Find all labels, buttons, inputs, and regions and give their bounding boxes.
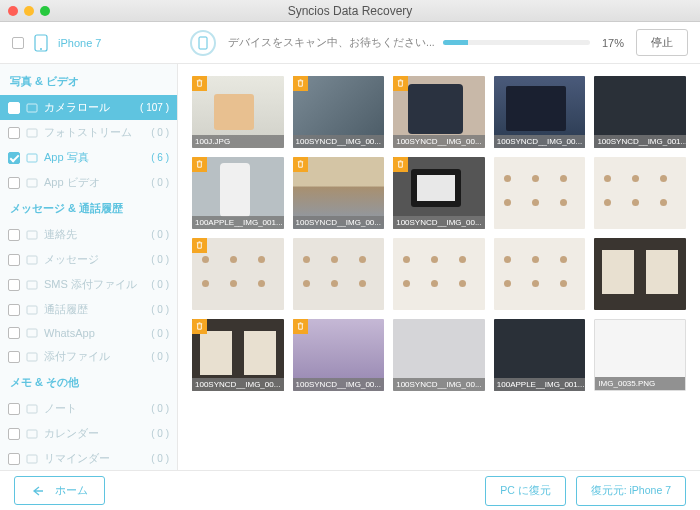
thumbnail[interactable]: 100SYNCD__IMG_00... — [494, 76, 586, 148]
item-checkbox[interactable] — [8, 229, 20, 241]
sidebar-item[interactable]: App ビデオ( 0 ) — [0, 170, 177, 195]
sidebar-item[interactable]: 添付ファイル( 0 ) — [0, 344, 177, 369]
thumbnail-caption: 100APPLE__IMG_001... — [494, 378, 586, 391]
item-count: ( 0 ) — [151, 279, 169, 290]
trash-icon — [393, 76, 408, 91]
thumbnail[interactable] — [293, 238, 385, 310]
thumbnail[interactable]: 100SYNCD__IMG_00... — [393, 319, 485, 391]
sidebar-item[interactable]: WhatsApp( 0 ) — [0, 322, 177, 344]
item-checkbox[interactable] — [8, 177, 20, 189]
recover-device-button[interactable]: 復元元: iPhone 7 — [576, 476, 686, 506]
thumbnail[interactable]: 100APPLE__IMG_001... — [192, 157, 284, 229]
item-checkbox[interactable] — [8, 254, 20, 266]
item-label: WhatsApp — [44, 327, 145, 339]
thumbnail[interactable]: 100SYNCD__IMG_00... — [293, 76, 385, 148]
item-label: カレンダー — [44, 426, 145, 441]
svg-rect-9 — [27, 281, 37, 289]
svg-rect-3 — [27, 104, 37, 112]
item-checkbox[interactable] — [8, 453, 20, 465]
sidebar-item[interactable]: 連絡先( 0 ) — [0, 222, 177, 247]
sidebar-item[interactable]: SMS 添付ファイル( 0 ) — [0, 272, 177, 297]
home-button[interactable]: ホーム — [14, 476, 105, 505]
category-icon — [26, 254, 38, 266]
thumbnail-caption: 100SYNCD__IMG_00... — [293, 216, 385, 229]
thumbnail-caption: 100SYNCD__IMG_00... — [293, 378, 385, 391]
trash-icon — [192, 76, 207, 91]
sidebar-item[interactable]: カメラロール( 107 ) — [0, 95, 177, 120]
item-count: ( 0 ) — [151, 351, 169, 362]
device-selector[interactable]: iPhone 7 — [0, 34, 178, 52]
thumbnail[interactable]: 100APPLE__IMG_001... — [494, 319, 586, 391]
content-area: 100J.JPG100SYNCD__IMG_00...100SYNCD__IMG… — [178, 64, 700, 470]
sidebar-item[interactable]: 通話履歴( 0 ) — [0, 297, 177, 322]
thumbnail[interactable]: 100J.JPG — [192, 76, 284, 148]
category-icon — [26, 279, 38, 291]
trash-icon — [293, 157, 308, 172]
category-icon — [26, 327, 38, 339]
item-label: 添付ファイル — [44, 349, 145, 364]
sidebar-item[interactable]: リマインダー( 0 ) — [0, 446, 177, 470]
item-label: SMS 添付ファイル — [44, 277, 145, 292]
item-label: ノート — [44, 401, 145, 416]
thumbnail[interactable] — [594, 157, 686, 229]
item-label: リマインダー — [44, 451, 145, 466]
sidebar-item[interactable]: App 写真( 6 ) — [0, 145, 177, 170]
item-count: ( 0 ) — [151, 127, 169, 138]
item-checkbox[interactable] — [8, 327, 20, 339]
stop-button[interactable]: 停止 — [636, 29, 688, 56]
item-count: ( 0 ) — [151, 428, 169, 439]
item-count: ( 6 ) — [151, 152, 169, 163]
thumbnail[interactable]: 100SYNCD__IMG_00... — [393, 157, 485, 229]
svg-rect-11 — [27, 329, 37, 337]
thumbnail-caption: 100J.JPG — [192, 135, 284, 148]
thumbnail[interactable] — [594, 238, 686, 310]
svg-rect-13 — [27, 405, 37, 413]
category-icon — [26, 403, 38, 415]
item-checkbox[interactable] — [8, 428, 20, 440]
recover-pc-button[interactable]: PC に復元 — [485, 476, 566, 506]
phone-icon — [34, 34, 48, 52]
svg-rect-6 — [27, 179, 37, 187]
thumbnail[interactable] — [494, 157, 586, 229]
item-label: 通話履歴 — [44, 302, 145, 317]
thumbnail[interactable] — [494, 238, 586, 310]
item-checkbox[interactable] — [8, 102, 20, 114]
thumbnail[interactable]: 100SYNCD__IMG_00... — [192, 319, 284, 391]
thumbnail[interactable]: 100SYNCD__IMG_00... — [293, 157, 385, 229]
category-icon — [26, 351, 38, 363]
thumbnail[interactable]: 100SYNCD__IMG_001... — [594, 76, 686, 148]
thumbnail-caption: 100SYNCD__IMG_00... — [192, 378, 284, 391]
thumbnail[interactable] — [192, 238, 284, 310]
sidebar-item[interactable]: ノート( 0 ) — [0, 396, 177, 421]
trash-icon — [293, 76, 308, 91]
item-label: App 写真 — [44, 150, 145, 165]
sidebar-section-head: メッセージ & 通話履歴 — [0, 195, 177, 222]
category-icon — [26, 127, 38, 139]
item-count: ( 0 ) — [151, 453, 169, 464]
thumbnail-caption: IMG_0035.PNG — [595, 377, 685, 390]
svg-rect-5 — [27, 154, 37, 162]
item-label: メッセージ — [44, 252, 145, 267]
item-count: ( 0 ) — [151, 177, 169, 188]
item-checkbox[interactable] — [8, 304, 20, 316]
item-checkbox[interactable] — [8, 403, 20, 415]
category-icon — [26, 152, 38, 164]
item-checkbox[interactable] — [8, 127, 20, 139]
item-count: ( 0 ) — [151, 403, 169, 414]
sidebar-item[interactable]: フォトストリーム( 0 ) — [0, 120, 177, 145]
thumbnail[interactable]: 100SYNCD__IMG_00... — [393, 76, 485, 148]
item-checkbox[interactable] — [8, 279, 20, 291]
progress-bar — [443, 40, 590, 45]
thumbnail[interactable]: 100SYNCD__IMG_00... — [293, 319, 385, 391]
item-checkbox[interactable] — [8, 152, 20, 164]
sidebar-section-head: メモ & その他 — [0, 369, 177, 396]
trash-icon — [192, 157, 207, 172]
thumbnail-caption: 100SYNCD__IMG_00... — [494, 135, 586, 148]
sidebar-item[interactable]: カレンダー( 0 ) — [0, 421, 177, 446]
sidebar-item[interactable]: メッセージ( 0 ) — [0, 247, 177, 272]
device-checkbox[interactable] — [12, 37, 24, 49]
item-checkbox[interactable] — [8, 351, 20, 363]
thumbnail[interactable] — [393, 238, 485, 310]
trash-icon — [293, 319, 308, 334]
thumbnail[interactable]: IMG_0035.PNG — [594, 319, 686, 391]
